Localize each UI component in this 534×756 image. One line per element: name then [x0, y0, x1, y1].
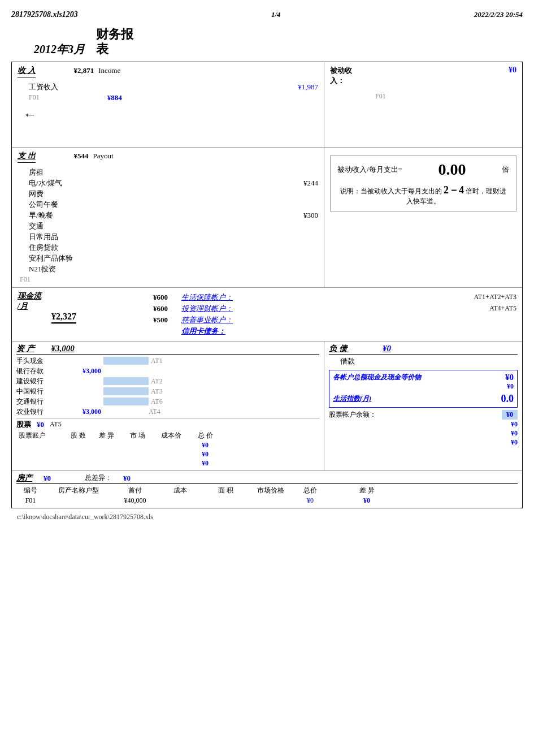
cashflow-section: 现金流 /月 ¥2,327 ¥600 生活保障帐户： AT1+AT2+AT3 ¥… — [12, 288, 522, 342]
property-th-id: 编号 — [16, 486, 45, 495]
f01-right: F01 — [375, 92, 386, 100]
life-index-value: 0.0 — [501, 393, 514, 405]
payout-left: 支 出 ¥544 Payout 房租电/水/煤气¥244网费公司午餐早/晚餐¥3… — [12, 148, 324, 287]
property-th-empty — [327, 486, 350, 495]
property-diff-value: ¥0 — [123, 474, 131, 483]
payout-item: 早/晚餐¥300 — [18, 210, 318, 221]
income-f01: F01 — [29, 93, 40, 102]
payout-items: 房租电/水/煤气¥244网费公司午餐早/晚餐¥300交通日常用品住房贷款安利产品… — [18, 167, 318, 274]
stocks-th-cost: 成本价 — [154, 431, 188, 440]
stocks-th-market: 市 场 — [120, 431, 154, 440]
property-th-diff: 差 异 — [350, 486, 384, 495]
footer-path: c:\iknow\docshare\data\cur_work\28179257… — [17, 513, 153, 521]
main-content: 收 入 ¥2,871 Income 工资收入 ¥1,987 F01 ¥884 ← — [11, 62, 523, 508]
stocks-th-diff: 差 异 — [92, 431, 120, 440]
payout-item: 安利产品体验 — [18, 253, 318, 263]
property-th-name: 房产名称户型 — [45, 486, 112, 495]
report-year-month: 2012年3月 — [34, 42, 85, 57]
passive-income-header2: 入： — [330, 76, 352, 86]
ratio-note: 说明：当被动收入大于每月支出的 2－4 倍时，理财进入快车道。 — [337, 183, 509, 206]
payout-item: 日常用品 — [18, 232, 318, 242]
stocks-total: ¥0 — [37, 420, 44, 429]
ratio-value: 0.00 — [438, 161, 466, 179]
ratio-label: 被动收入/每月支出= — [337, 165, 402, 175]
sub-accounts-label: 各帐户总额现金及现金等价物 — [333, 373, 421, 382]
property-th-cost: 成本 — [158, 486, 203, 495]
payout-right: 被动收入/每月支出= 0.00 倍 说明：当被动收入大于每月支出的 2－4 倍时… — [324, 148, 522, 287]
cashflow-item: ¥600 生活保障帐户： AT1+AT2+AT3 — [153, 292, 516, 303]
passive-income-header: 被动收 — [330, 66, 352, 76]
income-left: 收 入 ¥2,871 Income 工资收入 ¥1,987 F01 ¥884 ← — [12, 62, 324, 147]
header-datetime: 2022/2/23 20:54 — [474, 10, 523, 19]
cashflow-label: 现金流 /月 — [18, 291, 142, 312]
sub-accounts-box: 各帐户总额现金及现金等价物 ¥0 ¥0 生活指数(月) 0.0 — [329, 370, 518, 408]
payout-item: 公司午餐 — [18, 200, 318, 210]
property-total: ¥0 — [44, 474, 51, 483]
income-salary-row: 工资收入 ¥1,987 — [18, 82, 318, 92]
assets-row: 交通银行 AT6 — [16, 397, 319, 407]
stocks-th-shares: 股 数 — [64, 431, 92, 440]
assets-row: 建设银行 AT2 — [16, 377, 319, 386]
income-section: 收 入 ¥2,871 Income 工资收入 ¥1,987 F01 ¥884 ← — [12, 62, 522, 148]
payout-label: 支 出 — [18, 151, 36, 163]
assets-right: 负 债 ¥0 借款 各帐户总额现金及现金等价物 ¥0 ¥0 — [324, 342, 522, 470]
stocks-balance-label: 股票帐户余额： — [329, 410, 376, 420]
page: 2817925708.xls1203 1/4 2022/2/23 20:54 2… — [0, 0, 534, 756]
assets-row: 中国银行 AT3 — [16, 387, 319, 396]
report-title-area: 2012年3月 财务报 表 — [11, 21, 523, 62]
footer: c:\iknow\docshare\data\cur_work\28179257… — [11, 508, 523, 524]
assets-row: 农业银行 ¥3,000 AT4 — [16, 407, 319, 417]
stocks-row: ¥0 — [16, 450, 319, 459]
stocks-value-row: ¥0 — [329, 438, 518, 447]
report-name: 财务报 表 — [96, 27, 133, 57]
income-type: Income — [98, 66, 120, 75]
stocks-row: ¥0 — [16, 441, 319, 450]
liabilities-total: ¥0 — [383, 344, 391, 353]
payout-f01: F01 — [20, 275, 31, 283]
header: 2817925708.xls1203 1/4 2022/2/23 20:54 — [11, 6, 523, 21]
property-diff-label: 总差异： — [85, 473, 112, 483]
assets-total: ¥3,000 — [51, 344, 75, 353]
property-label: 房产 — [16, 473, 32, 483]
property-rows: F01 ¥40,000 ¥0 ¥0 — [16, 496, 518, 505]
income-total: ¥2,871 — [74, 66, 94, 75]
stocks-balance-value: ¥0 — [502, 410, 518, 420]
payout-type: Payout — [93, 152, 114, 161]
assets-rows: 手头现金 AT1 银行存款 ¥3,000 建设银行 AT2 中国银行 AT3 交… — [16, 356, 319, 417]
income-label: 收 入 — [18, 66, 36, 77]
stocks-value-row: ¥0 — [329, 429, 518, 438]
sub-accounts-value2: ¥0 — [333, 382, 514, 391]
payout-item: 网费 — [18, 189, 318, 199]
stocks-value-row: ¥0 — [329, 420, 518, 429]
property-th-total: 总价 — [293, 486, 327, 495]
payout-total: ¥544 — [74, 152, 89, 161]
cashflow-item: ¥500 慈善事业帐户： — [153, 315, 516, 325]
arrow-icon: ← — [23, 107, 37, 122]
stocks-label: 股票 — [16, 420, 31, 430]
cashflow-item: 信用卡债务： — [153, 326, 516, 336]
life-index-label: 生活指数(月) — [333, 394, 371, 404]
payout-item: 交通 — [18, 221, 318, 231]
liabilities-header: 负 债 ¥0 — [329, 344, 518, 355]
liabilities-loan: 借款 — [340, 357, 355, 365]
income-other-value: ¥884 — [107, 93, 122, 102]
stocks-values: ¥0¥0¥0 — [329, 420, 518, 447]
payout-section: 支 出 ¥544 Payout 房租电/水/煤气¥244网费公司午餐早/晚餐¥3… — [12, 148, 522, 288]
property-row: F01 ¥40,000 ¥0 ¥0 — [16, 496, 518, 505]
property-th-area: 面 积 — [203, 486, 248, 495]
assets-section: 资 产 ¥3,000 手头现金 AT1 银行存款 ¥3,000 建设银行 AT2… — [12, 342, 522, 471]
payout-item: N21投资 — [18, 264, 318, 274]
stocks-th-account: 股票账户 — [19, 431, 64, 440]
header-filename: 2817925708.xls1203 — [11, 10, 78, 19]
property-th-down: 首付 — [112, 486, 158, 495]
passive-income-value: ¥0 — [509, 66, 516, 75]
property-th-market: 市场价格 — [248, 486, 293, 495]
assets-left: 资 产 ¥3,000 手头现金 AT1 银行存款 ¥3,000 建设银行 AT2… — [12, 342, 324, 470]
ratio-box: 被动收入/每月支出= 0.00 倍 说明：当被动收入大于每月支出的 2－4 倍时… — [330, 155, 516, 211]
stocks-th-total: 总 价 — [188, 431, 222, 440]
assets-row: 银行存款 ¥3,000 — [16, 366, 319, 376]
cashflow-items: ¥600 生活保障帐户： AT1+AT2+AT3 ¥600 投资理财帐户： AT… — [153, 292, 516, 336]
cashflow-value: ¥2,327 — [51, 312, 76, 324]
cashflow-item: ¥600 投资理财帐户： AT4+AT5 — [153, 304, 516, 314]
assets-header: 资 产 ¥3,000 — [16, 344, 319, 355]
